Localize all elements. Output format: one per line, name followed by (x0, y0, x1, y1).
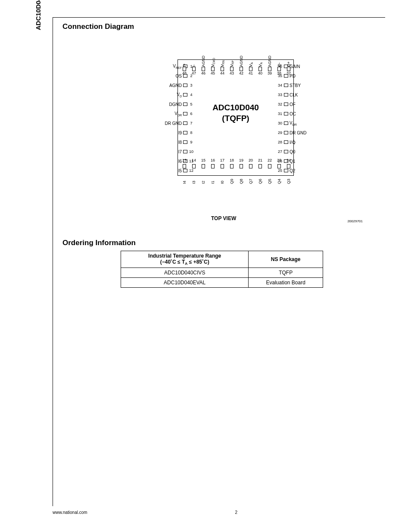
pin-27: 27Q0 (276, 147, 319, 156)
pin-4: VD4 (152, 90, 195, 100)
heading-ordering-information: Ordering Information (62, 239, 136, 247)
pin-47: I-47 (189, 34, 199, 77)
pin-15: 15I2 (199, 158, 208, 201)
pin-10: I710 (152, 147, 195, 156)
pin-38: Q-38 (274, 34, 284, 77)
pin-29: 29DR GND (276, 128, 319, 137)
pin-45: VCMO45 (208, 34, 218, 77)
pin-37: Q+37 (284, 34, 293, 77)
pin-33: 33CLK (276, 90, 319, 100)
pin-24: 24Q3 (284, 158, 293, 201)
pin-44: VRN44 (218, 34, 227, 77)
pin-34: 34STBY (276, 81, 319, 90)
table-header-package: NS Package (249, 251, 323, 268)
pin-28: 28I/Q̄ (276, 137, 319, 147)
pin-6: VDR6 (152, 109, 195, 118)
diagram-id: 20029701 (347, 219, 363, 223)
pin-20: 20Q7 (246, 158, 255, 201)
cell-package: Evaluation Board (249, 278, 323, 288)
table-header-range: Industrial Temperature Range (−40˚C ≤ TA… (121, 251, 249, 268)
pin-32: 32OF (276, 100, 319, 109)
table-row: ADC10D040CIVSTQFP (121, 268, 323, 278)
pin-41: VA41 (246, 34, 255, 77)
pin-23: 23Q4 (274, 158, 284, 201)
ordering-table: Industrial Temperature Range (−40˚C ≤ TA… (121, 251, 323, 288)
pin-18: 18Q9 (227, 158, 237, 201)
pin-3: AGND3 (152, 81, 195, 90)
view-label: TOP VIEW (211, 215, 236, 221)
footer-url: www.national.com (53, 510, 87, 515)
pin-22: 22Q5 (265, 158, 274, 201)
page-border-top (53, 17, 385, 18)
pin-40: VA40 (255, 34, 265, 77)
pin-16: 16I1 (208, 158, 218, 201)
pin-30: 30VDR (276, 118, 319, 128)
pin-17: 17I0 (218, 158, 227, 201)
pin-39: AGND39 (265, 34, 274, 77)
cell-part: ADC10D040CIVS (121, 268, 249, 278)
cell-package: TQFP (249, 268, 323, 278)
table-row: ADC10D040EVALEvaluation Board (121, 278, 323, 288)
pin-46: AGND46 (199, 34, 208, 77)
pin-42: AGND42 (237, 34, 246, 77)
pin-5: DGND5 (152, 100, 195, 109)
pin-19: 19Q8 (237, 158, 246, 201)
sidebar-product-label: ADC10D040 (34, 0, 42, 30)
heading-connection-diagram: Connection Diagram (62, 22, 134, 31)
pin-48: I+48 (180, 34, 189, 77)
chip-body: ADC10D040 (TQFP) VREF1OS2AGND3VD4DGND5VD… (177, 59, 294, 176)
footer-page-number: 2 (87, 510, 385, 515)
page-border-left (53, 17, 53, 506)
pin-9: I89 (152, 137, 195, 147)
cell-part: ADC10D040EVAL (121, 278, 249, 288)
pin-43: VRP43 (227, 34, 237, 77)
connection-diagram: ADC10D040 (TQFP) VREF1OS2AGND3VD4DGND5VD… (160, 34, 341, 215)
pin-14: 14I3 (189, 158, 199, 201)
pin-8: I98 (152, 128, 195, 137)
pin-7: DR GND7 (152, 118, 195, 128)
pin-31: 31OC (276, 109, 319, 118)
pin-13: 13I4 (180, 158, 189, 201)
page-footer: www.national.com 2 (53, 510, 385, 515)
pin-21: 21Q6 (255, 158, 265, 201)
